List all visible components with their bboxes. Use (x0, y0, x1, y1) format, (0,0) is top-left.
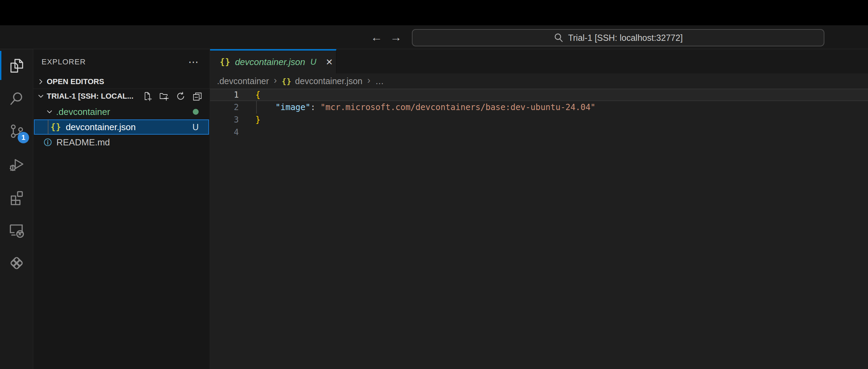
code-token: "mcr.microsoft.com/devcontainers/base:de… (320, 102, 596, 112)
breadcrumb: .devcontainer › {} devcontainer.json › … (210, 73, 868, 89)
search-icon[interactable] (0, 82, 33, 115)
file-name: README.md (56, 137, 110, 148)
chevron-right-icon: › (272, 75, 278, 87)
file-name: devcontainer.json (66, 122, 136, 133)
command-center-search[interactable]: Trial-1 [SSH: localhost:32772] (412, 29, 824, 46)
breadcrumb-symbol[interactable]: … (375, 76, 384, 86)
navigate-forward-button[interactable]: → (388, 25, 404, 49)
open-editors-label: OPEN EDITORS (47, 77, 104, 86)
run-debug-icon[interactable] (0, 148, 33, 181)
tab-label: devcontainer.json (235, 57, 305, 68)
close-icon[interactable]: ✕ (326, 57, 333, 67)
code-line-4: 4 (210, 126, 868, 138)
tab-bar: {} devcontainer.json U ✕ (210, 49, 868, 73)
tab-devcontainer-json[interactable]: {} devcontainer.json U ✕ (210, 49, 336, 73)
azure-icon[interactable] (0, 246, 33, 279)
explorer-icon[interactable] (0, 49, 33, 82)
json-file-icon: {} (282, 77, 292, 86)
json-file-icon: {} (51, 122, 61, 132)
breadcrumb-file[interactable]: devcontainer.json (295, 76, 363, 86)
chevron-right-icon (36, 78, 46, 85)
extensions-icon[interactable] (0, 181, 33, 214)
editor-group: {} devcontainer.json U ✕ .devcontainer ›… (210, 49, 868, 369)
search-icon (553, 33, 564, 43)
readme-info-icon (43, 138, 52, 147)
code-token: { (255, 90, 260, 100)
json-file-icon: {} (220, 57, 230, 67)
line-number: 1 (210, 90, 247, 100)
navigate-back-button[interactable]: ← (369, 25, 384, 49)
chevron-down-icon (45, 108, 54, 115)
file-tree: .devcontainer {} devcontainer.json U REA… (33, 104, 210, 150)
code-line-1: 1 { (210, 89, 868, 101)
breadcrumb-folder[interactable]: .devcontainer (217, 76, 269, 86)
sidebar-title: EXPLORER (42, 57, 86, 66)
folder-name: .devcontainer (56, 107, 110, 117)
chevron-down-icon (36, 93, 46, 100)
window-top-strip (0, 0, 868, 25)
open-editors-section[interactable]: OPEN EDITORS (33, 74, 210, 89)
explorer-more-actions-button[interactable]: ⋯ (188, 56, 199, 68)
title-bar: ← → Trial-1 [SSH: localhost:32772] (0, 25, 868, 49)
code-line-3: 3 } (210, 114, 868, 126)
new-file-icon[interactable] (143, 91, 152, 101)
tree-item-readme[interactable]: README.md (33, 135, 210, 150)
source-control-badge: 1 (18, 132, 29, 143)
workspace-label: TRIAL-1 [SSH: LOCAL... (47, 92, 134, 101)
collapse-folders-icon[interactable] (192, 91, 202, 101)
code-token (255, 102, 275, 112)
code-token: "image" (275, 102, 310, 112)
workspace-section-header[interactable]: TRIAL-1 [SSH: LOCAL... (33, 89, 210, 104)
window-title: Trial-1 [SSH: localhost:32772] (568, 33, 682, 43)
git-untracked-dot (193, 109, 199, 115)
refresh-icon[interactable] (176, 91, 186, 101)
line-number: 4 (210, 127, 247, 137)
remote-explorer-icon[interactable] (0, 214, 33, 246)
code-line-2: 2 "image": "mcr.microsoft.com/devcontain… (210, 101, 868, 114)
new-folder-icon[interactable] (159, 91, 169, 101)
tree-indent-guide (48, 120, 48, 134)
explorer-sidebar: EXPLORER ⋯ OPEN EDITORS TRIAL-1 [SSH: LO… (33, 49, 210, 369)
source-control-icon[interactable]: 1 (0, 115, 33, 148)
code-token: : (310, 102, 320, 112)
tab-git-badge: U (310, 57, 316, 67)
git-untracked-badge: U (192, 122, 199, 132)
activity-bar: 1 (0, 49, 33, 369)
tree-item-devcontainer-folder[interactable]: .devcontainer (33, 104, 210, 119)
chevron-right-icon: › (366, 75, 372, 87)
line-number: 3 (210, 115, 247, 125)
code-token: } (255, 115, 260, 125)
line-number: 2 (210, 102, 247, 112)
tree-item-devcontainer-json[interactable]: {} devcontainer.json U (34, 119, 209, 135)
code-editor[interactable]: 1 { 2 "image": "mcr.microsoft.com/devcon… (210, 89, 868, 369)
